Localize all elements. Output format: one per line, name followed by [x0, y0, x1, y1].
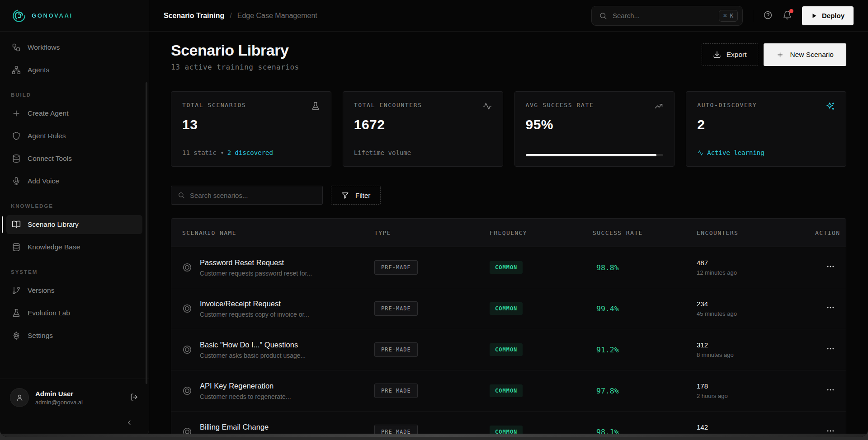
mic-icon	[12, 177, 21, 186]
sidebar-item-workflows[interactable]: Workflows	[6, 38, 142, 57]
column-header-scenario-name: SCENARIO NAME	[182, 229, 374, 236]
deploy-button[interactable]: Deploy	[802, 6, 854, 25]
sidebar-item-label: Evolution Lab	[28, 309, 70, 317]
sidebar-item-agents[interactable]: Agents	[6, 61, 142, 80]
flask-icon	[12, 309, 21, 318]
table-row[interactable]: Basic "How Do I..." QuestionsCustomer as…	[171, 329, 846, 370]
table-body: Password Reset RequestCustomer requests …	[171, 247, 846, 437]
funnel-icon	[341, 192, 349, 199]
page-title: Scenario Library	[171, 42, 299, 59]
row-actions-button[interactable]	[826, 303, 835, 314]
table-row[interactable]: Password Reset RequestCustomer requests …	[171, 247, 846, 288]
scenario-cell: Invoice/Receipt RequestCustomer requests…	[182, 300, 374, 318]
sidebar-item-label: Create Agent	[28, 109, 68, 117]
encounters-count: 178	[697, 382, 815, 390]
stat-label: TOTAL ENCOUNTERS	[354, 102, 422, 108]
scenario-search[interactable]	[171, 186, 323, 205]
encounters-count: 487	[697, 259, 815, 267]
scenario-cell: API Key RegenerationCustomer needs to re…	[182, 382, 374, 400]
table-row[interactable]: API Key RegenerationCustomer needs to re…	[171, 370, 846, 412]
scenario-search-input[interactable]	[190, 192, 316, 199]
sidebar-item-evolution-lab[interactable]: Evolution Lab	[6, 304, 142, 323]
sidebar-nav: WorkflowsAgentsBUILDCreate AgentAgent Ru…	[0, 32, 149, 379]
content: Scenario Library 13 active training scen…	[149, 32, 868, 437]
type-badge: PRE-MADE	[374, 301, 418, 316]
kbd-shortcut: ⌘ K	[719, 10, 738, 22]
scenario-description: Customer needs to regenerate...	[200, 393, 291, 400]
encounters-time: 12 minutes ago	[697, 269, 815, 276]
sidebar-item-agent-rules[interactable]: Agent Rules	[6, 126, 142, 145]
column-header-frequency: FREQUENCY	[490, 229, 593, 236]
stat-footer: Active learning	[697, 149, 835, 156]
table-row[interactable]: Invoice/Receipt RequestCustomer requests…	[171, 288, 846, 329]
sidebar-item-label: Agents	[28, 66, 49, 74]
sparkles-icon	[826, 102, 835, 111]
topbar: Scenario Training / Edge Case Management…	[149, 0, 868, 32]
sidebar-item-settings[interactable]: Settings	[6, 326, 142, 345]
shield-icon	[12, 131, 21, 140]
scenario-name: Invoice/Receipt Request	[200, 300, 309, 308]
avatar	[10, 388, 29, 407]
table-header: SCENARIO NAMETYPEFREQUENCYSUCCESS RATEEN…	[171, 219, 846, 247]
breadcrumb: Scenario Training / Edge Case Management	[164, 12, 317, 20]
target-icon	[182, 345, 192, 355]
download-icon	[713, 51, 721, 59]
stat-value: 13	[182, 117, 320, 132]
scenario-cell: Password Reset RequestCustomer requests …	[182, 258, 374, 277]
stat-footer-text: Lifetime volume	[354, 149, 411, 156]
logout-button[interactable]	[130, 393, 139, 403]
global-search[interactable]: ⌘ K	[591, 6, 743, 26]
row-actions-button[interactable]	[826, 344, 835, 355]
ellipsis-icon	[826, 303, 835, 312]
row-actions-button[interactable]	[826, 385, 835, 396]
git-branch-icon	[12, 286, 21, 295]
sidebar-item-label: Settings	[28, 332, 53, 340]
filter-button[interactable]: Filter	[331, 186, 381, 205]
table-row[interactable]: Billing Email ChangeCustomer requests to…	[171, 412, 846, 437]
stat-label: AUTO-DISCOVERY	[697, 102, 757, 108]
plus-icon	[776, 51, 784, 59]
play-icon	[811, 13, 817, 19]
scenario-description: Customer requests password reset for...	[200, 270, 312, 277]
new-scenario-button[interactable]: New Scenario	[764, 43, 847, 66]
ellipsis-icon	[826, 385, 835, 394]
stat-card-avg-success-rate: AVG SUCCESS RATE95%	[514, 91, 675, 167]
breadcrumb-parent[interactable]: Edge Case Management	[237, 12, 317, 20]
stat-card-auto-discovery: AUTO-DISCOVERY2Active learning	[686, 91, 846, 167]
database-icon	[12, 243, 21, 252]
sidebar-item-connect-tools[interactable]: Connect Tools	[6, 149, 142, 168]
scenario-cell: Basic "How Do I..." QuestionsCustomer as…	[182, 341, 374, 359]
row-actions-button[interactable]	[826, 262, 835, 272]
help-button[interactable]	[763, 10, 773, 21]
trending-up-icon	[654, 102, 663, 111]
export-button[interactable]: Export	[702, 43, 758, 66]
help-icon	[763, 10, 773, 20]
stat-card-total-encounters: TOTAL ENCOUNTERS1672Lifetime volume	[343, 91, 503, 167]
sidebar-item-knowledge-base[interactable]: Knowledge Base	[6, 238, 142, 257]
notifications-button[interactable]	[783, 10, 792, 21]
notification-dot	[789, 9, 793, 13]
stat-footer: Lifetime volume	[354, 149, 492, 156]
global-search-input[interactable]	[613, 12, 713, 19]
stat-footer-text: 11 static •	[182, 149, 224, 156]
sidebar-item-create-agent[interactable]: Create Agent	[6, 104, 142, 123]
sidebar-item-label: Agent Rules	[28, 132, 66, 140]
breadcrumb-current[interactable]: Scenario Training	[164, 12, 224, 20]
frequency-badge: COMMON	[490, 261, 523, 274]
sidebar-item-add-voice[interactable]: Add Voice	[6, 172, 142, 191]
sidebar-item-versions[interactable]: Versions	[6, 281, 142, 300]
activity-icon	[697, 150, 704, 156]
breadcrumb-separator: /	[230, 12, 231, 20]
main-area: Scenario Training / Edge Case Management…	[149, 0, 868, 437]
sidebar-item-scenario-library[interactable]: Scenario Library	[6, 215, 142, 234]
app-window: GONOVAAI WorkflowsAgentsBUILDCreate Agen…	[0, 0, 868, 437]
stat-value: 1672	[354, 117, 492, 132]
database-icon	[12, 154, 21, 163]
success-rate: 99.4%	[593, 304, 619, 313]
sidebar-scrollbar[interactable]	[146, 82, 147, 384]
success-rate: 97.8%	[593, 387, 619, 395]
sidebar-collapse-button[interactable]	[126, 419, 133, 428]
progress-bar	[526, 154, 664, 156]
scenario-name: Billing Email Change	[200, 423, 321, 431]
chevron-left-icon	[126, 419, 133, 426]
